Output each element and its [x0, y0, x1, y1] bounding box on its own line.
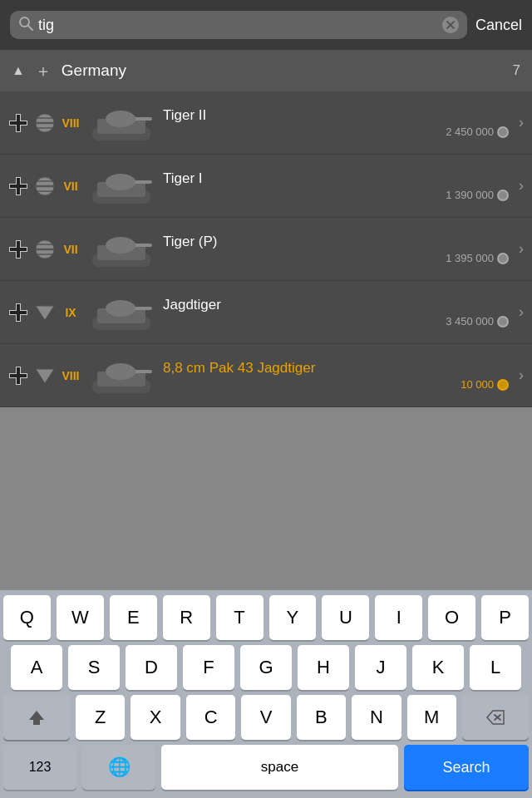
- key-u[interactable]: U: [322, 595, 369, 640]
- svg-rect-52: [126, 305, 135, 312]
- tank-name: Tiger I: [163, 170, 515, 187]
- tank-tier: VIII: [57, 116, 85, 130]
- globe-key[interactable]: 🌐: [82, 745, 155, 790]
- tank-tier: VIII: [57, 369, 85, 382]
- keyboard-row-1: QWERTYUIOP: [0, 590, 532, 640]
- search-bar: Cancel: [0, 0, 532, 50]
- tank-name: Tiger II: [163, 107, 515, 124]
- key-n[interactable]: N: [352, 695, 401, 740]
- tank-cost: 2 450 000: [446, 126, 509, 138]
- tank-row[interactable]: VIII Tiger II 2 450 000 ›: [0, 91, 532, 155]
- cost-area: 1 395 000: [163, 250, 509, 264]
- keyboard-bottom-row: 123 🌐 space Search: [0, 740, 532, 798]
- tank-row[interactable]: VII Tiger (P) 1 395 000 ›: [0, 218, 532, 281]
- svg-rect-7: [10, 121, 27, 125]
- svg-rect-33: [10, 248, 27, 251]
- type-icon: [33, 111, 57, 135]
- gold-icon: [497, 379, 509, 391]
- key-z[interactable]: Z: [76, 695, 125, 740]
- tank-cost: 10 000: [461, 378, 509, 391]
- key-k[interactable]: K: [412, 645, 464, 690]
- tank-row[interactable]: VIII 8,8 cm Pak 43 Jagdtiger 10 000 ›: [0, 344, 532, 407]
- key-r[interactable]: R: [163, 595, 210, 640]
- tank-row[interactable]: IX Jagdtiger 3 450 000 ›: [0, 281, 532, 344]
- cancel-button[interactable]: Cancel: [475, 17, 522, 34]
- section-count: 7: [513, 62, 520, 79]
- key-a[interactable]: A: [11, 645, 62, 690]
- keyboard-row-3: ZXCVBNM: [0, 690, 532, 740]
- tank-info: Tiger I 1 390 000: [158, 170, 515, 201]
- nation-icon: [8, 113, 28, 133]
- key-q[interactable]: Q: [3, 595, 51, 640]
- tank-image: [88, 100, 155, 146]
- space-key[interactable]: space: [161, 745, 398, 790]
- key-y[interactable]: Y: [269, 595, 317, 640]
- cost-area: 10 000: [163, 377, 509, 391]
- svg-rect-16: [126, 116, 135, 122]
- tank-cost: 1 390 000: [446, 189, 509, 201]
- search-key[interactable]: Search: [404, 745, 529, 790]
- cost-area: 1 390 000: [163, 187, 509, 201]
- svg-rect-42: [126, 242, 135, 249]
- key-g[interactable]: G: [240, 645, 292, 690]
- tank-image: [88, 289, 155, 336]
- key-l[interactable]: L: [470, 645, 521, 690]
- tank-info: 8,8 cm Pak 43 Jagdtiger 10 000: [158, 360, 515, 391]
- key-e[interactable]: E: [110, 595, 157, 640]
- tank-info: Tiger (P) 1 395 000: [158, 234, 515, 264]
- nation-icon: [8, 176, 28, 196]
- tank-list: VIII Tiger II 2 450 000 ›: [0, 91, 532, 407]
- key-h[interactable]: H: [298, 645, 349, 690]
- nation-icon: [8, 303, 28, 323]
- key-o[interactable]: O: [428, 595, 475, 640]
- type-icon: [33, 301, 57, 324]
- search-input-wrapper: [10, 11, 467, 39]
- svg-marker-57: [36, 369, 54, 383]
- key-i[interactable]: I: [375, 595, 422, 640]
- chevron-right-icon: ›: [519, 367, 524, 384]
- tank-row[interactable]: VII Tiger I 1 390 000 ›: [0, 155, 532, 218]
- key-j[interactable]: J: [355, 645, 406, 690]
- key-f[interactable]: F: [183, 645, 234, 690]
- tank-image: [88, 163, 155, 209]
- shift-key[interactable]: [3, 695, 70, 740]
- key-t[interactable]: T: [216, 595, 264, 640]
- search-input[interactable]: [38, 17, 437, 34]
- key-b[interactable]: B: [297, 695, 346, 740]
- tank-cost: 3 450 000: [446, 315, 509, 328]
- key-c[interactable]: C: [186, 695, 235, 740]
- key-p[interactable]: P: [481, 595, 529, 640]
- credits-icon: [497, 190, 509, 201]
- section-title: Germany: [62, 62, 503, 80]
- type-icon: [33, 238, 57, 261]
- clear-icon[interactable]: [442, 17, 459, 33]
- credits-icon: [497, 316, 509, 328]
- tank-info: Tiger II 2 450 000: [158, 107, 515, 138]
- delete-key[interactable]: [462, 695, 529, 740]
- svg-rect-20: [10, 185, 27, 188]
- svg-marker-47: [36, 306, 54, 320]
- key-w[interactable]: W: [57, 595, 104, 640]
- tank-image: [88, 226, 155, 273]
- tank-info: Jagdtiger 3 450 000: [158, 297, 515, 328]
- tank-cost: 1 395 000: [446, 252, 509, 264]
- key-d[interactable]: D: [126, 645, 177, 690]
- type-icon: [33, 364, 57, 387]
- add-section-icon[interactable]: ＋: [35, 60, 52, 82]
- search-icon: [18, 16, 33, 34]
- number-key[interactable]: 123: [3, 745, 76, 790]
- chevron-right-icon: ›: [519, 177, 524, 195]
- key-x[interactable]: X: [131, 695, 180, 740]
- svg-rect-46: [10, 311, 27, 314]
- section-header: ▲ ＋ Germany 7: [0, 50, 532, 91]
- collapse-icon[interactable]: ▲: [12, 63, 25, 78]
- tank-tier: VII: [57, 243, 85, 256]
- cost-area: 3 450 000: [163, 313, 509, 328]
- chevron-right-icon: ›: [519, 240, 524, 258]
- keyboard: QWERTYUIOP ASDFGHJKL ZXCVBNM 123 🌐 space…: [0, 590, 532, 798]
- key-v[interactable]: V: [241, 695, 290, 740]
- tank-tier: VII: [57, 180, 85, 193]
- tank-name: Jagdtiger: [163, 297, 515, 313]
- key-s[interactable]: S: [68, 645, 120, 690]
- key-m[interactable]: M: [407, 695, 456, 740]
